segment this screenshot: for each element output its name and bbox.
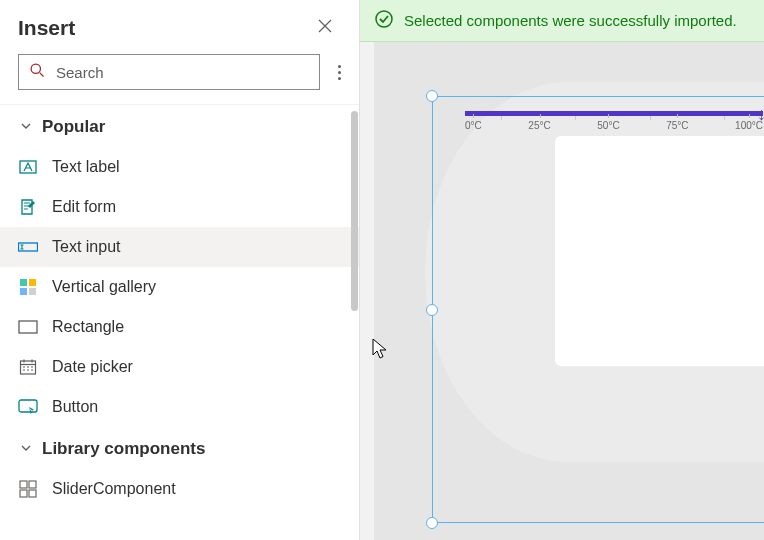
success-check-icon [374,9,394,33]
svg-rect-2 [19,243,38,251]
svg-point-14 [376,11,392,27]
insert-list: Popular Text label Edit form Text input [0,104,359,540]
date-picker-icon [18,357,38,377]
svg-point-0 [31,64,40,73]
item-slider-component[interactable]: SliderComponent [0,469,359,509]
svg-rect-6 [29,288,36,295]
resize-handle-bl[interactable] [426,517,438,529]
selection-rect[interactable]: ↓ 0°C 25°C 50°C 75°C 100°C [432,96,764,523]
vertical-gallery-icon [18,277,38,297]
slider-component-preview: ↓ 0°C 25°C 50°C 75°C 100°C [465,111,763,131]
svg-rect-4 [29,279,36,286]
resize-handle-tl[interactable] [426,90,438,102]
svg-rect-5 [20,288,27,295]
item-edit-form[interactable]: Edit form [0,187,359,227]
tick-label: 50°C [597,120,619,131]
text-input-icon [18,237,38,257]
canvas-area[interactable]: Selected components were successfully im… [360,0,764,540]
svg-rect-11 [29,481,36,488]
item-label: Rectangle [52,318,124,336]
svg-rect-12 [20,490,27,497]
search-box[interactable] [18,54,320,90]
section-label: Popular [42,117,105,137]
button-icon [18,397,38,417]
item-date-picker[interactable]: Date picker [0,347,359,387]
resize-handle-ml[interactable] [426,304,438,316]
scrollbar[interactable] [351,111,358,311]
success-banner: Selected components were successfully im… [360,0,764,42]
search-input[interactable] [56,64,309,81]
svg-rect-13 [29,490,36,497]
banner-message: Selected components were successfully im… [404,12,737,29]
item-text-label[interactable]: Text label [0,147,359,187]
item-label: SliderComponent [52,480,176,498]
item-label: Vertical gallery [52,278,156,296]
tick-label: 25°C [528,120,550,131]
close-icon[interactable] [317,18,337,38]
insert-panel: Insert Popular Text label [0,0,360,540]
item-text-input[interactable]: Text input [0,227,359,267]
search-icon [29,62,46,83]
rectangle-icon [18,317,38,337]
edit-form-icon [18,197,38,217]
item-label: Text label [52,158,120,176]
item-label: Text input [52,238,120,256]
chevron-down-icon [20,118,32,136]
item-label: Button [52,398,98,416]
mouse-cursor-icon [372,338,390,364]
chevron-down-icon [20,440,32,458]
svg-rect-9 [19,400,37,412]
item-label: Edit form [52,198,116,216]
section-label: Library components [42,439,205,459]
item-button[interactable]: Button [0,387,359,427]
component-icon [18,479,38,499]
svg-rect-7 [19,321,37,333]
more-options-button[interactable] [338,65,341,80]
tick-label: 0°C [465,120,482,131]
section-library[interactable]: Library components [0,427,359,469]
tick-label: 100°C [735,120,763,131]
svg-rect-10 [20,481,27,488]
item-rectangle[interactable]: Rectangle [0,307,359,347]
item-vertical-gallery[interactable]: Vertical gallery [0,267,359,307]
section-popular[interactable]: Popular [0,105,359,147]
svg-rect-3 [20,279,27,286]
panel-title: Insert [18,16,75,40]
text-label-icon [18,157,38,177]
item-label: Date picker [52,358,133,376]
tick-label: 75°C [666,120,688,131]
